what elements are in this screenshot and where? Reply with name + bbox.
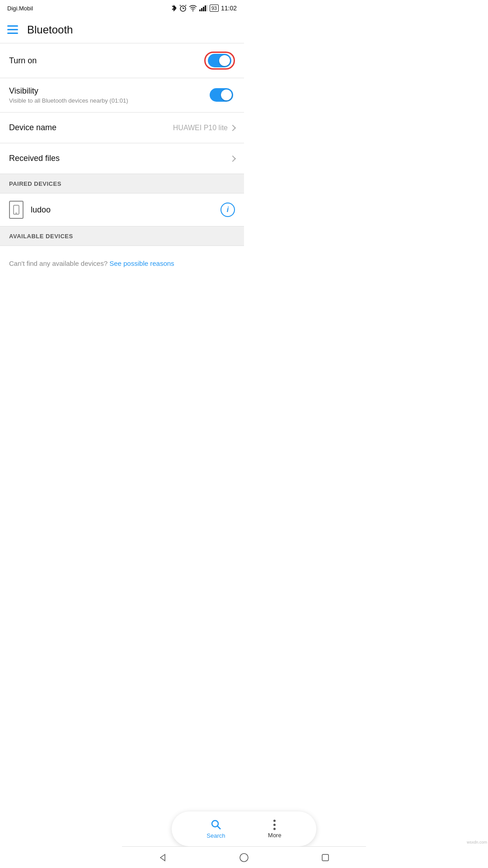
no-devices-message: Can't find any available devices? See po… [0, 246, 244, 281]
paired-device-name: ludoo [31, 205, 213, 215]
svg-line-3 [180, 5, 181, 6]
app-bar: Bluetooth [0, 16, 244, 43]
visibility-sublabel: Visible to all Bluetooth devices nearby … [9, 97, 128, 104]
status-bar: Digi.Mobil 93 [0, 0, 244, 16]
see-possible-reasons-link[interactable]: See possible reasons [109, 259, 174, 267]
device-phone-icon [9, 201, 23, 219]
paired-device-ludoo[interactable]: ludoo i [0, 193, 244, 226]
bluetooth-status-icon [171, 4, 177, 12]
turn-on-row[interactable]: Turn on [0, 43, 244, 78]
svg-rect-8 [203, 7, 204, 11]
svg-rect-6 [199, 9, 201, 11]
carrier-text: Digi.Mobil [7, 5, 33, 12]
wifi-icon [189, 5, 197, 11]
received-files-label: Received files [9, 154, 60, 163]
chevron-right-icon [230, 124, 236, 131]
svg-line-4 [185, 5, 186, 6]
status-icons: 93 11:02 [171, 4, 237, 12]
signal-icon [199, 5, 207, 11]
paired-devices-section-header: PAIRED DEVICES [0, 174, 244, 193]
svg-rect-7 [201, 8, 202, 11]
turn-on-toggle[interactable] [208, 54, 231, 67]
received-files-chevron-icon [230, 155, 236, 161]
device-name-row[interactable]: Device name HUAWEI P10 lite [0, 113, 244, 143]
time-display: 11:02 [221, 5, 237, 12]
visibility-row[interactable]: Visibility Visible to all Bluetooth devi… [0, 78, 244, 113]
svg-point-5 [192, 10, 193, 11]
turn-on-toggle-wrapper [204, 52, 235, 70]
hamburger-menu-button[interactable] [7, 25, 18, 34]
visibility-text-group: Visibility Visible to all Bluetooth devi… [9, 86, 128, 104]
device-name-label: Device name [9, 123, 56, 132]
svg-rect-10 [206, 5, 207, 11]
alarm-icon [179, 5, 187, 12]
svg-rect-9 [205, 5, 206, 11]
received-files-row[interactable]: Received files [0, 143, 244, 174]
available-devices-header-text: AVAILABLE DEVICES [9, 233, 73, 240]
visibility-toggle[interactable] [210, 88, 233, 102]
available-devices-section-header: AVAILABLE DEVICES [0, 226, 244, 246]
turn-on-label: Turn on [9, 56, 37, 66]
no-devices-text: Can't find any available devices? [9, 259, 108, 267]
page-title: Bluetooth [27, 24, 73, 36]
visibility-label: Visibility [9, 86, 128, 96]
visibility-toggle-wrapper [210, 88, 235, 103]
paired-device-info-button[interactable]: i [221, 203, 235, 217]
device-name-value-group: HUAWEI P10 lite [173, 124, 235, 132]
device-name-value: HUAWEI P10 lite [173, 124, 228, 132]
battery-indicator: 93 [210, 5, 219, 12]
paired-devices-header-text: PAIRED DEVICES [9, 180, 61, 187]
